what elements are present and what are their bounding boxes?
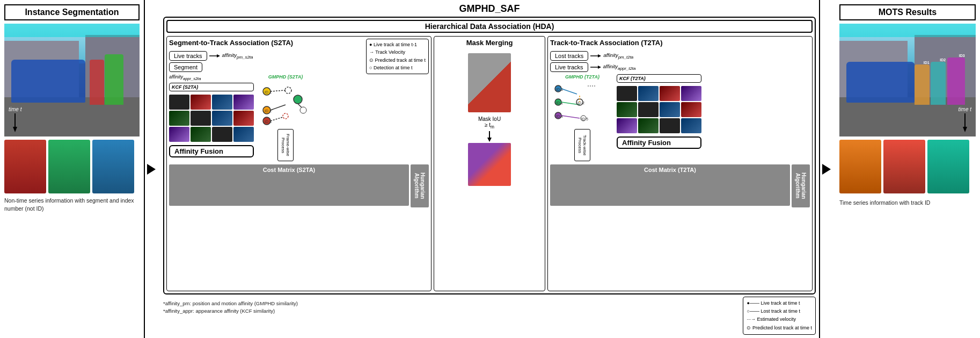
grid-cell-11 xyxy=(212,127,232,142)
gmphd-title: GMPHD_SAF xyxy=(163,3,816,15)
grid-cell-4 xyxy=(233,95,254,110)
affinity-appr-t2ta-label: affinityappr_t2ta xyxy=(603,63,636,71)
s2ta-live-tracks: Live tracks xyxy=(169,51,207,61)
t2ta-grid-7 xyxy=(660,102,680,117)
left-caption: Non-time series information with segment… xyxy=(4,197,140,212)
svg-marker-4 xyxy=(217,54,220,57)
person-image-green xyxy=(48,140,90,193)
svg-point-17 xyxy=(300,107,306,113)
svg-text:ID 3: ID 3 xyxy=(265,120,272,124)
t2ta-cost-hungarian-row: Cost Matrix (T2TA) Hungarian Algorithm xyxy=(550,164,810,207)
t2ta-affinity-fusion: Affinity Fusion xyxy=(617,136,701,149)
gmphd-s2ta-label: GMPHD (S2TA) xyxy=(268,74,303,80)
s2ta-cost-matrix: Cost Matrix (S2TA) xyxy=(169,164,409,206)
svg-marker-2 xyxy=(147,164,156,175)
person-images-row xyxy=(4,140,140,193)
mask-arrow-down xyxy=(484,131,495,142)
svg-marker-20 xyxy=(487,138,492,142)
svg-line-18 xyxy=(298,104,302,107)
t2ta-grid-2 xyxy=(638,86,659,101)
legend-line4: ○ Detection at time t xyxy=(369,64,426,71)
legend-line2: → Track Velocity xyxy=(369,48,426,56)
bottom-legend: ●—— Live track at time t ○—— Lost track … xyxy=(743,297,816,335)
mask-merging-section: Mask Merging Mask IoU ≥ tm xyxy=(434,36,545,291)
track-wise-box: Track-wise Process xyxy=(574,129,590,161)
kcf-s2ta-grid xyxy=(169,95,254,142)
s2ta-segment: Segment xyxy=(169,62,202,72)
t2ta-grid-1 xyxy=(617,86,637,101)
legend-bottom-2: ○—— Lost track at time t xyxy=(747,307,812,315)
t2ta-grid-11 xyxy=(660,118,680,133)
svg-text:ID 3: ID 3 xyxy=(556,88,563,91)
affinity-pm-t2ta-label: affinitypm_t2ta xyxy=(603,52,633,60)
svg-point-8 xyxy=(285,87,291,94)
svg-line-7 xyxy=(270,90,286,91)
arrow-center-to-right xyxy=(820,0,835,338)
grid-cell-1 xyxy=(169,95,189,110)
note-line2: *affinity_appr: appearance affinity (KCF… xyxy=(163,307,298,315)
svg-text:ID 1: ID 1 xyxy=(265,90,272,94)
svg-marker-22 xyxy=(598,54,601,57)
svg-line-27 xyxy=(561,89,577,94)
kcf-t2ta-label: KCF (T2TA) xyxy=(619,76,699,81)
kcf-t2ta-grid xyxy=(617,86,701,133)
gmphd-t2ta-diagram: ID 3 ID 1 ID 2 I xyxy=(550,81,615,129)
svg-point-16 xyxy=(294,95,302,104)
s2ta-affinity-fusion: Affinity Fusion xyxy=(169,145,254,157)
gmphd-t2ta-label: GMPHD (T2TA) xyxy=(565,74,599,80)
right-person-teal xyxy=(927,140,969,193)
arrow-left-to-center xyxy=(145,0,160,338)
right-panel: MOTS Results ID3 ID2 ID1 xyxy=(835,0,980,338)
right-person-red xyxy=(883,140,925,193)
s2ta-legend: ● Live track at time t-1 → Track Velocit… xyxy=(366,39,429,74)
hda-box: Hierarchical Data Association (HDA) Segm… xyxy=(163,17,816,294)
t2ta-section: Track-to-Track Association (T2TA) Lost t… xyxy=(547,36,813,291)
kcf-s2ta-box: KCF (S2TA) xyxy=(169,83,254,91)
grid-cell-3 xyxy=(212,95,232,110)
instance-segmentation-title: Instance Segmentation xyxy=(4,4,140,20)
legend-bottom-3: ···→ Estimated velocity xyxy=(747,315,812,323)
mots-title: MOTS Results xyxy=(839,4,976,20)
affinity-appr-s2ta: affinityappr_s2ta xyxy=(169,74,254,81)
kcf-t2ta-box: KCF (T2TA) xyxy=(617,74,701,83)
grid-cell-8 xyxy=(233,111,254,126)
affinity-pm-s2ta-label: affinitypm_s2ta xyxy=(222,52,253,60)
legend-line1: ● Live track at time t-1 xyxy=(369,41,426,48)
s2ta-hungarian: Hungarian Algorithm xyxy=(411,164,429,207)
svg-point-15 xyxy=(283,113,288,119)
t2ta-grid-4 xyxy=(681,86,701,101)
svg-line-11 xyxy=(270,105,286,110)
svg-text:ID 2: ID 2 xyxy=(577,101,584,105)
svg-text:ID 5: ID 5 xyxy=(581,117,588,121)
frame-wise-box: Frame-wise Process xyxy=(277,129,294,161)
right-caption: Time series information with track ID xyxy=(839,199,976,207)
svg-text:ID 2: ID 2 xyxy=(265,109,272,113)
t2ta-grid-9 xyxy=(617,118,637,133)
grid-cell-12 xyxy=(233,127,254,142)
svg-line-14 xyxy=(270,117,283,121)
hda-inner: Segment-to-Track Association (S2TA) ● Li… xyxy=(166,36,813,291)
grid-cell-6 xyxy=(191,111,211,126)
mask-merging-title: Mask Merging xyxy=(466,39,513,47)
kcf-s2ta-label: KCF (S2TA) xyxy=(172,84,251,90)
svg-marker-24 xyxy=(598,66,601,69)
gmphd-s2ta-diagram: ID 1 ID 2 ID 3 xyxy=(256,81,315,129)
t2ta-title: Track-to-Track Association (T2TA) xyxy=(550,39,810,47)
grid-cell-2 xyxy=(191,95,211,110)
center-panel: GMPHD_SAF Hierarchical Data Association … xyxy=(160,0,820,338)
mask-iou-condition: Mask IoU ≥ tm xyxy=(478,116,501,130)
hda-title: Hierarchical Data Association (HDA) xyxy=(166,20,813,33)
person-image-blue xyxy=(92,140,134,193)
t2ta-grid-12 xyxy=(681,118,701,133)
mask-image-top xyxy=(468,53,511,112)
t2ta-lost-tracks: Lost tracks xyxy=(550,51,588,61)
t2ta-hungarian: Hungarian Algorithm xyxy=(792,164,810,207)
person-image-red xyxy=(4,140,46,193)
time-label-left: time t xyxy=(9,106,21,112)
right-scene-image: ID3 ID2 ID1 time t xyxy=(839,24,976,136)
left-panel: Instance Segmentation time t xyxy=(0,0,145,338)
legend-bottom-1: ●—— Live track at time t xyxy=(747,299,812,307)
grid-cell-9 xyxy=(169,127,189,142)
svg-line-35 xyxy=(561,116,580,118)
time-label-right: time t xyxy=(959,106,971,112)
